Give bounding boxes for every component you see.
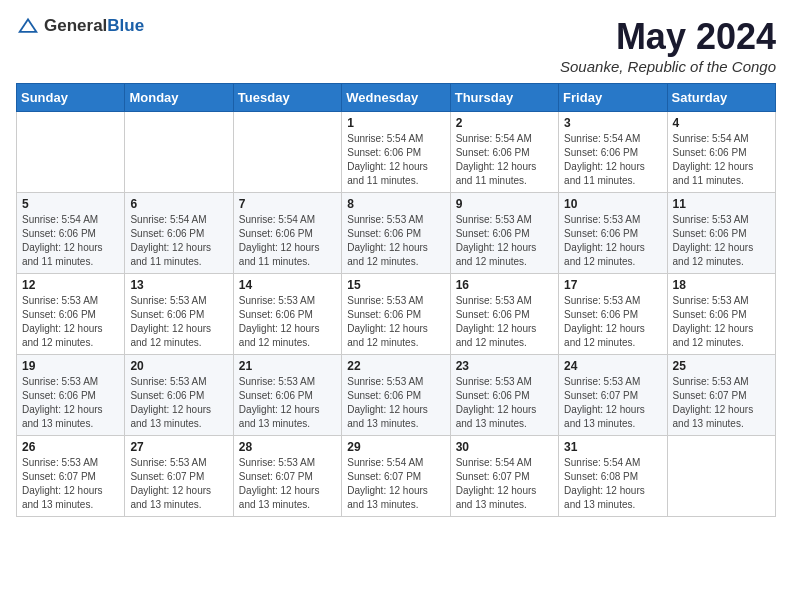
calendar-day-cell: 15Sunrise: 5:53 AM Sunset: 6:06 PM Dayli… <box>342 274 450 355</box>
day-info: Sunrise: 5:53 AM Sunset: 6:06 PM Dayligh… <box>673 294 770 350</box>
day-number: 20 <box>130 359 227 373</box>
calendar-day-cell: 31Sunrise: 5:54 AM Sunset: 6:08 PM Dayli… <box>559 436 667 517</box>
calendar-week-row: 26Sunrise: 5:53 AM Sunset: 6:07 PM Dayli… <box>17 436 776 517</box>
day-info: Sunrise: 5:53 AM Sunset: 6:06 PM Dayligh… <box>347 375 444 431</box>
day-number: 15 <box>347 278 444 292</box>
page-header: GeneralBlue May 2024 Souanke, Republic o… <box>16 16 776 75</box>
day-number: 24 <box>564 359 661 373</box>
location-subtitle: Souanke, Republic of the Congo <box>560 58 776 75</box>
title-block: May 2024 Souanke, Republic of the Congo <box>560 16 776 75</box>
day-info: Sunrise: 5:53 AM Sunset: 6:06 PM Dayligh… <box>22 375 119 431</box>
calendar-day-cell: 5Sunrise: 5:54 AM Sunset: 6:06 PM Daylig… <box>17 193 125 274</box>
calendar-day-cell: 22Sunrise: 5:53 AM Sunset: 6:06 PM Dayli… <box>342 355 450 436</box>
day-number: 27 <box>130 440 227 454</box>
calendar-day-cell: 20Sunrise: 5:53 AM Sunset: 6:06 PM Dayli… <box>125 355 233 436</box>
calendar-week-row: 19Sunrise: 5:53 AM Sunset: 6:06 PM Dayli… <box>17 355 776 436</box>
weekday-header-sunday: Sunday <box>17 84 125 112</box>
day-info: Sunrise: 5:53 AM Sunset: 6:07 PM Dayligh… <box>239 456 336 512</box>
day-number: 13 <box>130 278 227 292</box>
day-info: Sunrise: 5:53 AM Sunset: 6:06 PM Dayligh… <box>347 213 444 269</box>
calendar-week-row: 12Sunrise: 5:53 AM Sunset: 6:06 PM Dayli… <box>17 274 776 355</box>
calendar-day-cell: 3Sunrise: 5:54 AM Sunset: 6:06 PM Daylig… <box>559 112 667 193</box>
weekday-header-monday: Monday <box>125 84 233 112</box>
calendar-day-cell: 11Sunrise: 5:53 AM Sunset: 6:06 PM Dayli… <box>667 193 775 274</box>
weekday-header-thursday: Thursday <box>450 84 558 112</box>
day-number: 18 <box>673 278 770 292</box>
day-info: Sunrise: 5:53 AM Sunset: 6:06 PM Dayligh… <box>347 294 444 350</box>
day-info: Sunrise: 5:53 AM Sunset: 6:06 PM Dayligh… <box>456 375 553 431</box>
day-number: 4 <box>673 116 770 130</box>
day-number: 8 <box>347 197 444 211</box>
calendar-day-cell: 13Sunrise: 5:53 AM Sunset: 6:06 PM Dayli… <box>125 274 233 355</box>
day-info: Sunrise: 5:54 AM Sunset: 6:06 PM Dayligh… <box>564 132 661 188</box>
day-number: 25 <box>673 359 770 373</box>
day-number: 17 <box>564 278 661 292</box>
weekday-header-saturday: Saturday <box>667 84 775 112</box>
day-number: 3 <box>564 116 661 130</box>
day-number: 7 <box>239 197 336 211</box>
logo: GeneralBlue <box>16 16 144 36</box>
day-number: 10 <box>564 197 661 211</box>
calendar-day-cell: 16Sunrise: 5:53 AM Sunset: 6:06 PM Dayli… <box>450 274 558 355</box>
calendar-day-cell: 17Sunrise: 5:53 AM Sunset: 6:06 PM Dayli… <box>559 274 667 355</box>
day-info: Sunrise: 5:53 AM Sunset: 6:06 PM Dayligh… <box>239 294 336 350</box>
day-number: 26 <box>22 440 119 454</box>
calendar-day-cell: 1Sunrise: 5:54 AM Sunset: 6:06 PM Daylig… <box>342 112 450 193</box>
day-info: Sunrise: 5:54 AM Sunset: 6:08 PM Dayligh… <box>564 456 661 512</box>
calendar-week-row: 5Sunrise: 5:54 AM Sunset: 6:06 PM Daylig… <box>17 193 776 274</box>
day-info: Sunrise: 5:53 AM Sunset: 6:06 PM Dayligh… <box>239 375 336 431</box>
day-info: Sunrise: 5:54 AM Sunset: 6:07 PM Dayligh… <box>347 456 444 512</box>
calendar-day-cell: 29Sunrise: 5:54 AM Sunset: 6:07 PM Dayli… <box>342 436 450 517</box>
day-number: 12 <box>22 278 119 292</box>
day-number: 30 <box>456 440 553 454</box>
day-number: 1 <box>347 116 444 130</box>
calendar-day-cell: 10Sunrise: 5:53 AM Sunset: 6:06 PM Dayli… <box>559 193 667 274</box>
calendar-day-cell: 2Sunrise: 5:54 AM Sunset: 6:06 PM Daylig… <box>450 112 558 193</box>
day-info: Sunrise: 5:53 AM Sunset: 6:06 PM Dayligh… <box>130 294 227 350</box>
day-info: Sunrise: 5:53 AM Sunset: 6:06 PM Dayligh… <box>564 294 661 350</box>
day-number: 22 <box>347 359 444 373</box>
calendar-day-cell: 21Sunrise: 5:53 AM Sunset: 6:06 PM Dayli… <box>233 355 341 436</box>
calendar-day-cell: 12Sunrise: 5:53 AM Sunset: 6:06 PM Dayli… <box>17 274 125 355</box>
weekday-header-wednesday: Wednesday <box>342 84 450 112</box>
day-number: 28 <box>239 440 336 454</box>
day-info: Sunrise: 5:54 AM Sunset: 6:06 PM Dayligh… <box>673 132 770 188</box>
day-info: Sunrise: 5:53 AM Sunset: 6:07 PM Dayligh… <box>22 456 119 512</box>
calendar-day-cell: 24Sunrise: 5:53 AM Sunset: 6:07 PM Dayli… <box>559 355 667 436</box>
day-info: Sunrise: 5:53 AM Sunset: 6:07 PM Dayligh… <box>673 375 770 431</box>
calendar-day-cell: 30Sunrise: 5:54 AM Sunset: 6:07 PM Dayli… <box>450 436 558 517</box>
day-number: 9 <box>456 197 553 211</box>
calendar-day-cell: 26Sunrise: 5:53 AM Sunset: 6:07 PM Dayli… <box>17 436 125 517</box>
day-info: Sunrise: 5:54 AM Sunset: 6:06 PM Dayligh… <box>22 213 119 269</box>
calendar-week-row: 1Sunrise: 5:54 AM Sunset: 6:06 PM Daylig… <box>17 112 776 193</box>
day-info: Sunrise: 5:54 AM Sunset: 6:06 PM Dayligh… <box>347 132 444 188</box>
day-info: Sunrise: 5:53 AM Sunset: 6:06 PM Dayligh… <box>130 375 227 431</box>
logo-general: General <box>44 16 107 35</box>
calendar-day-cell: 28Sunrise: 5:53 AM Sunset: 6:07 PM Dayli… <box>233 436 341 517</box>
day-info: Sunrise: 5:53 AM Sunset: 6:06 PM Dayligh… <box>456 294 553 350</box>
day-info: Sunrise: 5:53 AM Sunset: 6:06 PM Dayligh… <box>673 213 770 269</box>
day-number: 6 <box>130 197 227 211</box>
weekday-header-tuesday: Tuesday <box>233 84 341 112</box>
calendar-day-cell: 8Sunrise: 5:53 AM Sunset: 6:06 PM Daylig… <box>342 193 450 274</box>
day-info: Sunrise: 5:53 AM Sunset: 6:06 PM Dayligh… <box>456 213 553 269</box>
calendar-day-cell: 9Sunrise: 5:53 AM Sunset: 6:06 PM Daylig… <box>450 193 558 274</box>
day-number: 29 <box>347 440 444 454</box>
weekday-header-friday: Friday <box>559 84 667 112</box>
logo-blue: Blue <box>107 16 144 35</box>
calendar-day-cell: 7Sunrise: 5:54 AM Sunset: 6:06 PM Daylig… <box>233 193 341 274</box>
day-info: Sunrise: 5:53 AM Sunset: 6:06 PM Dayligh… <box>564 213 661 269</box>
day-number: 16 <box>456 278 553 292</box>
calendar-day-cell <box>667 436 775 517</box>
calendar-day-cell <box>125 112 233 193</box>
day-number: 31 <box>564 440 661 454</box>
day-number: 23 <box>456 359 553 373</box>
weekday-header-row: SundayMondayTuesdayWednesdayThursdayFrid… <box>17 84 776 112</box>
day-number: 14 <box>239 278 336 292</box>
day-info: Sunrise: 5:54 AM Sunset: 6:07 PM Dayligh… <box>456 456 553 512</box>
logo-icon <box>16 16 40 36</box>
calendar-day-cell <box>233 112 341 193</box>
calendar-day-cell: 27Sunrise: 5:53 AM Sunset: 6:07 PM Dayli… <box>125 436 233 517</box>
day-info: Sunrise: 5:53 AM Sunset: 6:07 PM Dayligh… <box>564 375 661 431</box>
day-number: 21 <box>239 359 336 373</box>
